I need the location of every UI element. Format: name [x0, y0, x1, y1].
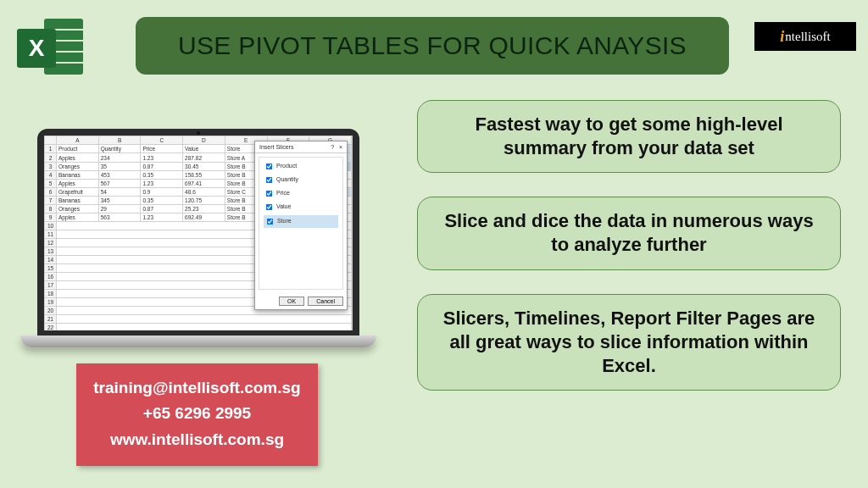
- laptop-base: [20, 336, 376, 347]
- cell: 234: [98, 153, 141, 163]
- row-number: 8: [45, 205, 57, 214]
- checkbox[interactable]: [267, 219, 274, 225]
- page-title-banner: USE PIVOT TABLES FOR QUICK ANAYSIS: [136, 17, 729, 75]
- cell: Oranges: [57, 163, 99, 171]
- brand-logo-accent: i: [780, 28, 784, 46]
- cell: Oranges: [57, 205, 99, 214]
- excel-logo: X: [17, 17, 83, 78]
- row-number: 20: [45, 307, 57, 315]
- cell: 692.49: [183, 214, 225, 222]
- row-number: 10: [45, 222, 57, 230]
- col-header: D: [183, 136, 225, 145]
- cell: 0.35: [141, 197, 183, 205]
- cell: 697.41: [183, 180, 225, 188]
- cell: Price: [141, 145, 183, 153]
- cell: 567: [98, 180, 141, 188]
- row-number: 9: [45, 214, 57, 222]
- corner-cell: [45, 136, 57, 145]
- cell: 0.9: [141, 188, 183, 197]
- row-number: 2: [45, 153, 57, 163]
- cell: 1.23: [141, 153, 183, 163]
- excel-logo-x: X: [17, 29, 56, 68]
- dialog-titlebar: Insert Slicers ? ×: [255, 141, 347, 153]
- cell: 0.87: [141, 205, 183, 214]
- contact-web: www.intellisoft.com.sg: [85, 427, 309, 452]
- col-header: C: [141, 136, 183, 145]
- row-number: 13: [45, 247, 57, 256]
- cell: 120.75: [183, 197, 225, 205]
- cell: 30.45: [183, 163, 225, 171]
- bullet-item-3: Slicers, Timelines, Report Filter Pages …: [417, 294, 841, 391]
- page-title: USE PIVOT TABLES FOR QUICK ANAYSIS: [178, 31, 687, 60]
- brand-logo-text: ntellisoft: [785, 30, 830, 44]
- cell: Bananas: [57, 171, 99, 180]
- contact-card: training@intellisoft.com.sg +65 6296 299…: [76, 363, 318, 466]
- contact-email: training@intellisoft.com.sg: [85, 375, 309, 401]
- cell: 35: [98, 163, 141, 171]
- cell: Apples: [57, 180, 99, 188]
- row-number: 11: [45, 230, 57, 239]
- bullet-list: Fastest way to get some high-level summa…: [417, 100, 841, 391]
- bullet-item-2: Slice and dice the data in numerous ways…: [417, 197, 841, 269]
- row-number: 22: [45, 324, 57, 331]
- cell: [57, 315, 352, 324]
- brand-logo: intellisoft: [754, 22, 856, 51]
- cell: 287.82: [183, 153, 225, 163]
- bullet-item-1: Fastest way to get some high-level summa…: [417, 100, 841, 173]
- checkbox[interactable]: [266, 164, 273, 170]
- cell: 1.23: [141, 180, 183, 188]
- dialog-footer: OK Cancel: [255, 293, 347, 309]
- row-number: 21: [45, 315, 57, 324]
- row-number: 12: [45, 239, 57, 247]
- slicer-field[interactable]: Quantity: [264, 175, 338, 186]
- row-number: 3: [45, 163, 57, 171]
- row-number: 15: [45, 264, 57, 273]
- cell: Product: [57, 145, 99, 153]
- cell: 158.55: [183, 171, 225, 180]
- cell: 563: [98, 214, 141, 222]
- row-number: 16: [45, 273, 57, 281]
- row-number: 7: [45, 197, 57, 205]
- slicer-field-list: Product Quantity Price Value Store: [259, 157, 343, 290]
- cell: Quantity: [98, 145, 141, 153]
- laptop-screen: A B C D E F G 1 Product Quantity Price V…: [44, 136, 353, 330]
- slicer-field[interactable]: Value: [264, 202, 338, 213]
- row-number: 4: [45, 171, 57, 180]
- cell: 453: [98, 171, 141, 180]
- row-number: 6: [45, 188, 57, 197]
- cancel-button[interactable]: Cancel: [308, 297, 343, 306]
- cell: 1.23: [141, 214, 183, 222]
- cell: 0.87: [141, 163, 183, 171]
- cell: 29: [98, 205, 141, 214]
- checkbox[interactable]: [266, 177, 273, 184]
- col-header: B: [98, 136, 141, 145]
- insert-slicers-dialog: Insert Slicers ? × Product Quantity Pric…: [254, 141, 348, 310]
- cell: Bananas: [57, 197, 99, 205]
- cell: [57, 324, 352, 331]
- col-header: A: [57, 136, 99, 145]
- dialog-title: Insert Slicers: [259, 144, 293, 150]
- laptop-mockup: A B C D E F G 1 Product Quantity Price V…: [20, 129, 376, 347]
- slicer-field[interactable]: Product: [264, 161, 338, 172]
- checkbox[interactable]: [266, 191, 273, 197]
- ok-button[interactable]: OK: [279, 297, 304, 306]
- cell: 0.35: [141, 171, 183, 180]
- cell: 48.6: [183, 188, 225, 197]
- contact-phone: +65 6296 2995: [85, 401, 309, 426]
- slicer-field[interactable]: Store: [264, 215, 338, 228]
- help-icon[interactable]: ?: [331, 144, 334, 150]
- row-number: 17: [45, 281, 57, 290]
- cell: Apples: [57, 153, 99, 163]
- slicer-field[interactable]: Price: [264, 188, 338, 199]
- row-number: 19: [45, 298, 57, 307]
- checkbox[interactable]: [266, 204, 273, 211]
- row-number: 14: [45, 256, 57, 264]
- cell: 345: [98, 197, 141, 205]
- close-icon[interactable]: ×: [339, 144, 342, 150]
- row-number: 18: [45, 290, 57, 298]
- row-number: 1: [45, 145, 57, 153]
- cell: Apples: [57, 214, 99, 222]
- camera-icon: [197, 131, 200, 135]
- laptop-bezel: A B C D E F G 1 Product Quantity Price V…: [37, 129, 359, 336]
- cell: 54: [98, 188, 141, 197]
